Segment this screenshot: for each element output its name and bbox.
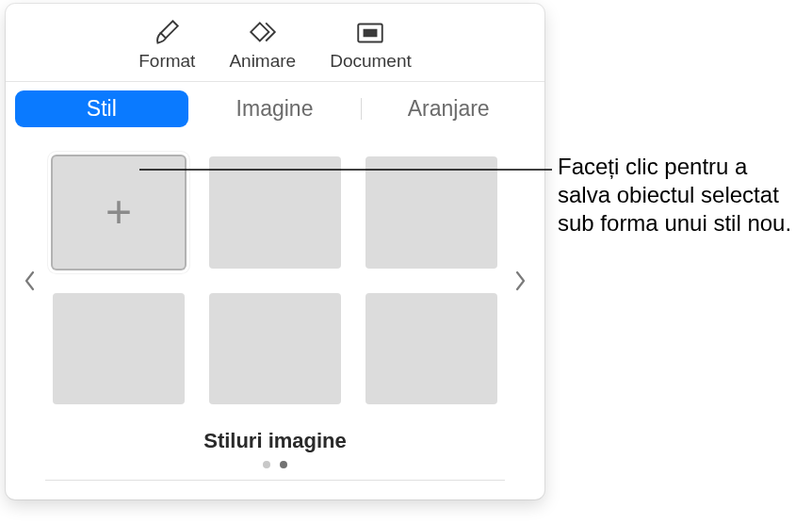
- animate-label: Animare: [229, 51, 296, 72]
- styles-prev-arrow[interactable]: [17, 163, 43, 399]
- paintbrush-icon: [151, 17, 183, 49]
- toolbar: Format Animare Document: [6, 4, 544, 82]
- style-swatch[interactable]: [365, 293, 497, 405]
- document-icon: [354, 17, 386, 49]
- tab-image[interactable]: Imagine: [188, 90, 362, 127]
- callout-text: Faceți clic pentru a salva obiectul sele…: [558, 153, 803, 238]
- styles-area: + Stiluri imagine: [6, 136, 544, 499]
- styles-row: +: [17, 153, 533, 408]
- diamond-icon: [247, 17, 279, 49]
- plus-icon: +: [106, 189, 132, 235]
- styles-next-arrow[interactable]: [507, 163, 533, 399]
- format-toolbar-item[interactable]: Format: [138, 17, 195, 72]
- page-dot[interactable]: [280, 461, 287, 468]
- tab-arrange[interactable]: Aranjare: [362, 90, 535, 127]
- inspector-tabs: Stil Imagine Aranjare: [6, 82, 544, 136]
- style-swatch[interactable]: [209, 156, 341, 269]
- styles-caption: Stiluri imagine: [17, 429, 533, 453]
- animate-toolbar-item[interactable]: Animare: [229, 17, 296, 72]
- add-style-button[interactable]: +: [53, 156, 185, 269]
- chevron-right-icon: [513, 270, 527, 292]
- page-dot[interactable]: [263, 461, 270, 468]
- format-label: Format: [138, 51, 195, 72]
- inspector-panel: Format Animare Document Stil Imagine Ara…: [6, 4, 544, 499]
- document-label: Document: [330, 51, 412, 72]
- svg-rect-1: [364, 29, 378, 38]
- document-toolbar-item[interactable]: Document: [330, 17, 412, 72]
- separator: [45, 480, 505, 481]
- page-dots: [17, 461, 533, 468]
- chevron-left-icon: [24, 270, 37, 292]
- style-swatch[interactable]: [365, 156, 497, 269]
- tab-style[interactable]: Stil: [15, 90, 188, 127]
- style-swatch[interactable]: [209, 293, 341, 405]
- style-swatch[interactable]: [53, 293, 185, 405]
- styles-grid: +: [43, 153, 507, 408]
